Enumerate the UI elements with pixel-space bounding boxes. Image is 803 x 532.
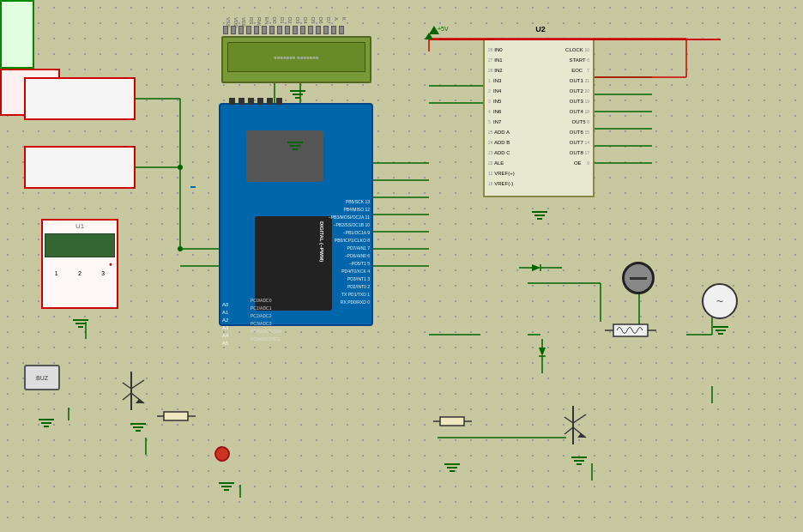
buz1-ground xyxy=(39,419,54,427)
lcd-ground xyxy=(290,90,305,99)
d10-component xyxy=(519,262,562,277)
svg-point-42 xyxy=(178,246,183,251)
svg-line-66 xyxy=(565,427,573,434)
q1-ground xyxy=(571,456,587,465)
svg-line-67 xyxy=(573,414,586,423)
r1-symbol xyxy=(157,408,196,424)
d2-ground xyxy=(219,482,234,491)
lcd-power-ground xyxy=(287,142,303,150)
buzzer-symbol: BUZ xyxy=(24,365,60,390)
arduino-digital-label: DIGITAL (~PWM) xyxy=(319,190,324,293)
svg-point-43 xyxy=(178,165,183,170)
v1-symbol: ~ xyxy=(702,283,738,319)
d1-component xyxy=(536,339,548,377)
vcc-arrow-cs xyxy=(425,33,433,39)
svg-marker-54 xyxy=(532,264,540,271)
svg-rect-71 xyxy=(440,417,464,426)
v1-component: ~ xyxy=(702,283,738,319)
l1-component xyxy=(622,262,655,294)
q1-symbol xyxy=(560,402,590,449)
arduino-uno: A0 A1 A2 A3 A4 A5 PB5/SCK 13 PB4/MISO 12… xyxy=(219,103,373,326)
d2-component xyxy=(214,446,230,462)
q2-component xyxy=(118,367,148,418)
v1-ground xyxy=(713,326,728,335)
adc-ground xyxy=(532,211,547,220)
u1-component: U1 ● 1 2 3 xyxy=(41,219,118,309)
buz1-component: BUZ xyxy=(24,365,60,390)
arduino-digital-pins: PB5/SCK 13 PB4/MISO 12 ~PB3/MOSI/OC2A 11… xyxy=(329,199,370,305)
rl1-component xyxy=(605,317,656,347)
l1-symbol xyxy=(622,262,655,294)
adc-chip: U2 26 IN0 27 IN1 28 IN2 1 IN3 2 IN4 3 IN… xyxy=(483,39,595,197)
u1-ground xyxy=(73,319,88,328)
current-sensor xyxy=(24,77,136,120)
arduino-label xyxy=(219,335,373,343)
q2-ground xyxy=(130,423,146,432)
cs-box xyxy=(0,0,34,69)
arduino-reset-label xyxy=(190,186,196,188)
svg-line-46 xyxy=(123,393,131,400)
svg-line-45 xyxy=(123,383,131,389)
r3-ground xyxy=(444,463,460,472)
svg-marker-58 xyxy=(539,348,546,356)
voltage-sensor xyxy=(24,146,136,189)
q1-component xyxy=(560,402,590,452)
d2-symbol xyxy=(214,446,230,462)
svg-line-65 xyxy=(565,417,573,423)
r3-component xyxy=(433,414,472,432)
r1-component xyxy=(157,408,196,427)
power-rail-top xyxy=(429,39,721,40)
svg-line-47 xyxy=(131,380,144,389)
svg-rect-51 xyxy=(164,412,188,420)
lcd-screen: ■■■■■■■ ■■■■■■■ xyxy=(221,36,371,83)
q2-symbol xyxy=(118,367,148,414)
